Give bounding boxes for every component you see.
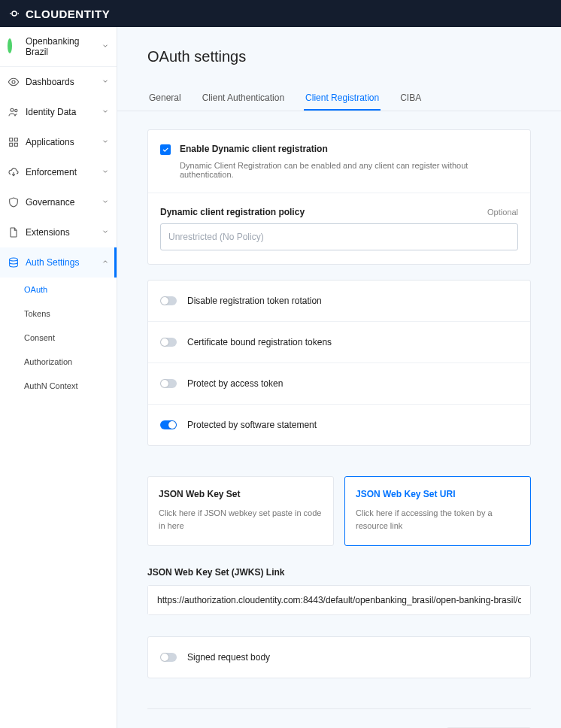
jwks-option-group: JSON Web Key Set Click here if JSON webk… xyxy=(147,476,531,546)
server-icon xyxy=(8,256,20,268)
chevron-down-icon xyxy=(102,77,109,87)
chevron-down-icon xyxy=(102,167,109,177)
toggle-software-statement[interactable] xyxy=(160,420,177,429)
svg-rect-7 xyxy=(14,143,17,146)
signed-body-section: Signed request body xyxy=(147,636,531,678)
chevron-down-icon xyxy=(102,227,109,238)
sub-item-oauth[interactable]: OAuth xyxy=(0,278,117,302)
chevron-down-icon xyxy=(102,41,109,52)
brand-logo: CLOUDENTITY xyxy=(8,7,110,20)
svg-rect-6 xyxy=(10,143,13,146)
check-icon xyxy=(162,146,169,153)
sidebar-item-label: Enforcement xyxy=(26,167,77,177)
option-title: JSON Web Key Set xyxy=(159,489,323,499)
jwks-link-input[interactable] xyxy=(148,586,530,614)
policy-input[interactable] xyxy=(160,223,518,250)
option-jwks-inline[interactable]: JSON Web Key Set Click here if JSON webk… xyxy=(147,476,334,546)
sub-item-consent[interactable]: Consent xyxy=(0,326,117,350)
users-icon xyxy=(8,106,20,118)
toggle-label: Signed request body xyxy=(187,652,270,663)
toggle-cert-bound[interactable] xyxy=(160,338,177,347)
toggle-label: Protect by access token xyxy=(187,378,283,389)
jwks-link-label: JSON Web Key Set (JWKS) Link xyxy=(147,567,531,578)
eye-icon xyxy=(8,76,20,88)
tab-ciba[interactable]: CIBA xyxy=(399,86,423,111)
sidebar-item-label: Extensions xyxy=(26,227,70,238)
toggle-protect-access-token[interactable] xyxy=(160,379,177,388)
sidebar-item-label: Identity Data xyxy=(26,107,76,117)
svg-point-0 xyxy=(12,11,17,16)
svg-rect-4 xyxy=(10,138,13,141)
toggle-label: Disable registration token rotation xyxy=(187,296,322,306)
policy-tag: Optional xyxy=(487,208,518,217)
shield-icon xyxy=(8,196,20,208)
tabs: General Client Authentication Client Reg… xyxy=(117,86,561,111)
tab-general[interactable]: General xyxy=(147,86,183,111)
toggle-signed-body[interactable] xyxy=(160,653,177,662)
option-desc: Click here if JSON webkey set paste in c… xyxy=(159,507,323,532)
jwks-link-field: JSON Web Key Set (JWKS) Link xyxy=(147,567,531,615)
sidebar-item-dashboards[interactable]: Dashboards xyxy=(0,67,117,97)
chevron-up-icon xyxy=(102,257,109,268)
toggle-row-protect-access-token: Protect by access token xyxy=(148,363,530,405)
sub-item-authn-context[interactable]: AuthN Context xyxy=(0,374,117,398)
sidebar-item-applications[interactable]: Applications xyxy=(0,127,117,157)
toggle-label: Protected by software statement xyxy=(187,420,317,430)
topbar: CLOUDENTITY xyxy=(0,0,561,27)
svg-point-2 xyxy=(11,108,14,111)
sidebar-item-enforcement[interactable]: Enforcement xyxy=(0,157,117,187)
sidebar-item-label: Auth Settings xyxy=(26,257,79,268)
brand-name: CLOUDENTITY xyxy=(26,8,110,20)
sidebar-item-label: Governance xyxy=(26,197,74,208)
chevron-down-icon xyxy=(102,197,109,208)
sidebar-item-extensions[interactable]: Extensions xyxy=(0,217,117,247)
toggle-label: Certificate bound registration tokens xyxy=(187,337,332,347)
toggle-row-software-statement: Protected by software statement xyxy=(148,405,530,445)
toggle-row-disable-rotation: Disable registration token rotation xyxy=(148,281,530,322)
cloud-icon xyxy=(8,166,20,178)
svg-rect-5 xyxy=(14,138,17,141)
sub-item-tokens[interactable]: Tokens xyxy=(0,302,117,326)
svg-point-1 xyxy=(12,80,15,83)
workspace-selector[interactable]: Openbanking Brazil xyxy=(0,27,117,67)
enable-dcr-checkbox[interactable] xyxy=(160,144,171,155)
svg-point-8 xyxy=(10,258,18,261)
logo-icon xyxy=(8,7,21,20)
grid-icon xyxy=(8,136,20,148)
sidebar: Openbanking Brazil Dashboards Identity D… xyxy=(0,27,117,728)
sidebar-item-identity-data[interactable]: Identity Data xyxy=(0,97,117,127)
card-footer: Save changes xyxy=(147,708,531,728)
sidebar-item-label: Applications xyxy=(26,137,74,147)
sidebar-item-auth-settings[interactable]: Auth Settings xyxy=(0,247,117,278)
enable-dcr-label: Enable Dynamic client registration xyxy=(180,144,328,154)
chevron-down-icon xyxy=(102,107,109,117)
sidebar-item-label: Dashboards xyxy=(26,77,74,87)
sidebar-item-governance[interactable]: Governance xyxy=(0,187,117,217)
sub-item-authorization[interactable]: Authorization xyxy=(0,350,117,374)
workspace-label: Openbanking Brazil xyxy=(26,36,102,57)
option-desc: Click here if accessing the token by a r… xyxy=(356,507,520,532)
page-title: OAuth settings xyxy=(117,27,561,86)
file-icon xyxy=(8,226,20,238)
svg-point-3 xyxy=(15,109,17,111)
enable-dcr-desc: Dynamic Client Registration can be enabl… xyxy=(180,161,518,179)
dcr-card: Enable Dynamic client registration Dynam… xyxy=(147,129,531,265)
toggle-row-cert-bound: Certificate bound registration tokens xyxy=(148,322,530,363)
policy-label: Dynamic client registration policy xyxy=(160,207,305,217)
main-content: OAuth settings General Client Authentica… xyxy=(117,27,561,728)
toggles-section: Disable registration token rotation Cert… xyxy=(147,280,531,446)
tab-client-registration[interactable]: Client Registration xyxy=(304,86,381,111)
tab-client-authentication[interactable]: Client Authentication xyxy=(201,86,286,111)
chevron-down-icon xyxy=(102,137,109,147)
workspace-icon xyxy=(8,41,20,53)
option-title: JSON Web Key Set URI xyxy=(356,489,520,499)
toggle-disable-rotation[interactable] xyxy=(160,296,177,305)
option-jwks-uri[interactable]: JSON Web Key Set URI Click here if acces… xyxy=(344,476,531,546)
